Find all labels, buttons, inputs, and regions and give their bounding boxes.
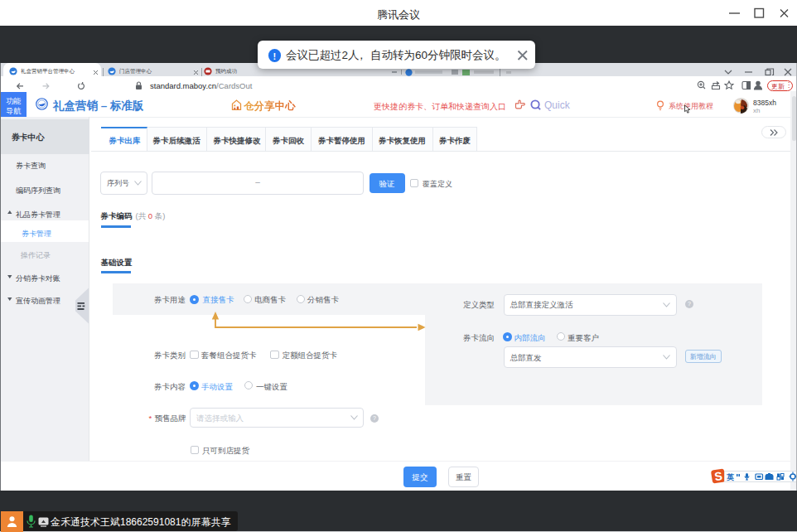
svg-text:英: 英 <box>726 473 734 481</box>
